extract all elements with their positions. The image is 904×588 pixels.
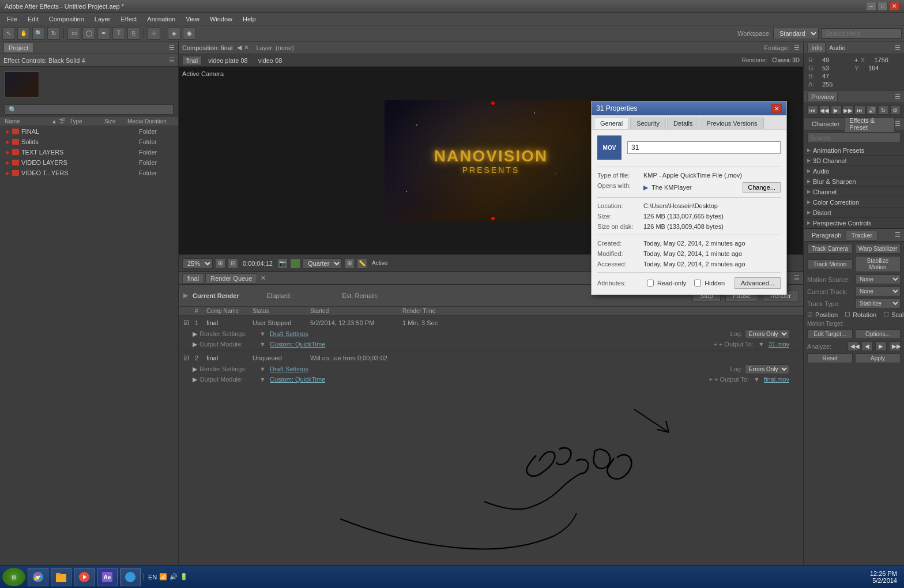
motion-source-select[interactable]: None: [856, 274, 901, 284]
comp-tab-arrow-l[interactable]: ◀: [237, 44, 242, 51]
taskbar-chrome[interactable]: [28, 568, 48, 586]
menu-file[interactable]: File: [2, 14, 22, 24]
analyze-prev-btn[interactable]: ◀: [861, 341, 873, 351]
rq-menu-btn[interactable]: ☰: [794, 274, 800, 282]
item2-check[interactable]: ☑: [183, 355, 195, 362]
tracker-menu-btn[interactable]: ☰: [895, 231, 901, 239]
item1-check[interactable]: ☑: [183, 319, 195, 327]
item2-out-triangle[interactable]: ▶: [193, 376, 197, 383]
advanced-btn[interactable]: Advanced...: [734, 277, 781, 289]
preview-forward-btn[interactable]: ▶▶: [843, 105, 854, 115]
comp-btn-1[interactable]: ⊞: [215, 258, 225, 269]
tab-previous-versions[interactable]: Previous Versions: [700, 118, 764, 129]
warp-stabilizer-btn[interactable]: Warp Stabilizer: [855, 244, 901, 254]
list-item[interactable]: ► TEXT LAYERS Folder: [0, 147, 178, 157]
edit-target-btn[interactable]: Edit Target...: [807, 329, 853, 339]
effect-controls-menu[interactable]: ☰: [169, 56, 175, 64]
item1-om-link[interactable]: Custom: QuickTime: [270, 341, 325, 348]
project-menu-btn[interactable]: ☰: [169, 44, 175, 51]
tab-info[interactable]: Info: [807, 43, 826, 53]
comp-ruler-btn[interactable]: 📏: [357, 258, 367, 269]
minimize-btn[interactable]: –: [866, 2, 876, 11]
track-camera-btn[interactable]: Track Camera: [807, 244, 853, 254]
preview-last-btn[interactable]: ⏭: [854, 105, 865, 115]
menu-composition[interactable]: Composition: [44, 14, 89, 24]
tab-tracker[interactable]: Tracker: [846, 230, 877, 240]
list-item[interactable]: ► VIDEO LAYERS Folder: [0, 157, 178, 168]
tool-preview-2[interactable]: ◉: [183, 27, 195, 40]
tool-clone[interactable]: ⎘: [127, 27, 140, 40]
item1-output-link[interactable]: 31.mov: [769, 341, 789, 348]
effects-section-color[interactable]: ▶ Color Correction: [804, 197, 904, 208]
zoom-dropdown[interactable]: 25%: [182, 258, 213, 269]
item1-rs-link[interactable]: Draft Settings: [270, 330, 308, 337]
effects-section-audio[interactable]: ▶ Audio: [804, 166, 904, 176]
tab-preview[interactable]: Preview: [807, 92, 838, 102]
tab-effects-preset[interactable]: Effects & Preset: [844, 118, 895, 133]
effects-section-perspective[interactable]: ▶ Perspective Controls: [804, 218, 904, 228]
item2-rs-link[interactable]: Draft Settings: [270, 365, 308, 372]
comp-camera-btn[interactable]: 📷: [277, 258, 288, 269]
menu-window[interactable]: Window: [205, 14, 237, 24]
quality-dropdown[interactable]: Quarter: [303, 258, 342, 269]
effects-section-3d[interactable]: ▶ 3D Channel: [804, 156, 904, 166]
tab-paragraph[interactable]: Paragraph: [807, 231, 846, 240]
comp-subtab-videoplate[interactable]: video plate 08: [204, 56, 252, 65]
start-btn[interactable]: ⊞: [2, 568, 25, 586]
comp-tab-close-btn[interactable]: ✕: [244, 44, 249, 51]
close-btn[interactable]: ✕: [889, 2, 899, 11]
effects-section-channel[interactable]: ▶ Channel: [804, 187, 904, 197]
item2-log-select[interactable]: Errors Only: [745, 364, 789, 374]
tool-text[interactable]: T: [112, 27, 125, 40]
readonly-checkbox[interactable]: [647, 280, 654, 287]
tool-preview-1[interactable]: ◈: [168, 27, 180, 40]
analyze-back-btn[interactable]: ◀◀: [848, 341, 859, 351]
footage-menu[interactable]: ☰: [794, 44, 800, 51]
tool-select[interactable]: ↖: [2, 27, 15, 40]
tool-pen[interactable]: ✒: [97, 27, 110, 40]
menu-layer[interactable]: Layer: [90, 14, 115, 24]
project-tab[interactable]: Project: [3, 43, 33, 53]
tab-audio[interactable]: Audio: [826, 43, 849, 52]
menu-help[interactable]: Help: [238, 14, 261, 24]
props-filename-input[interactable]: [627, 141, 781, 154]
comp-color-btn[interactable]: [290, 258, 300, 269]
tab-character[interactable]: Character: [807, 119, 844, 129]
comp-grid-btn[interactable]: ⊞: [344, 258, 355, 269]
item2-output-link[interactable]: final.mov: [764, 376, 789, 383]
effects-section-anim[interactable]: ▶ Animation Presets: [804, 145, 904, 156]
info-menu-btn[interactable]: ☰: [895, 44, 901, 51]
item1-out-triangle[interactable]: ▶: [193, 341, 197, 348]
effects-section-blur[interactable]: ▶ Blur & Sharpen: [804, 176, 904, 187]
item1-triangle[interactable]: ▶: [193, 330, 197, 338]
tool-zoom[interactable]: 🔍: [32, 27, 45, 40]
item1-log-select[interactable]: Errors Only: [745, 329, 789, 339]
list-item[interactable]: ► VIDEO T...YERS Folder: [0, 168, 178, 178]
apply-btn[interactable]: Apply: [855, 353, 901, 363]
preview-first-btn[interactable]: ⏮: [807, 105, 818, 115]
reset-btn[interactable]: Reset: [807, 353, 853, 363]
tab-details[interactable]: Details: [667, 118, 699, 129]
tool-puppet[interactable]: ⊹: [148, 27, 160, 40]
stabilize-motion-btn[interactable]: Stabilize Motion: [855, 256, 901, 272]
tab-general[interactable]: General: [594, 118, 629, 129]
workspace-dropdown[interactable]: Standard: [773, 28, 819, 39]
preview-loop-btn[interactable]: ↻: [878, 105, 889, 115]
list-item[interactable]: ► Solids Folder: [0, 137, 178, 147]
preview-back-btn[interactable]: ◀◀: [819, 105, 830, 115]
tool-rotate[interactable]: ↻: [47, 27, 60, 40]
menu-animation[interactable]: Animation: [142, 14, 180, 24]
project-search[interactable]: [5, 104, 174, 115]
taskbar-after-effects[interactable]: Ae: [97, 568, 118, 586]
tool-hand[interactable]: ✋: [17, 27, 30, 40]
comp-subtab-final[interactable]: final: [182, 56, 202, 65]
list-item[interactable]: ► FINAL Folder: [0, 126, 178, 137]
analyze-forward-btn[interactable]: ▶▶: [889, 341, 901, 351]
taskbar-extra[interactable]: [120, 568, 141, 586]
effects-search-input[interactable]: [807, 133, 901, 143]
taskbar-explorer[interactable]: [51, 568, 71, 586]
tab-final[interactable]: final: [182, 273, 204, 284]
options-btn[interactable]: Options...: [855, 329, 901, 339]
track-type-select[interactable]: Stabilize: [856, 299, 901, 308]
item2-om-link[interactable]: Custom: QuickTime: [270, 376, 325, 383]
